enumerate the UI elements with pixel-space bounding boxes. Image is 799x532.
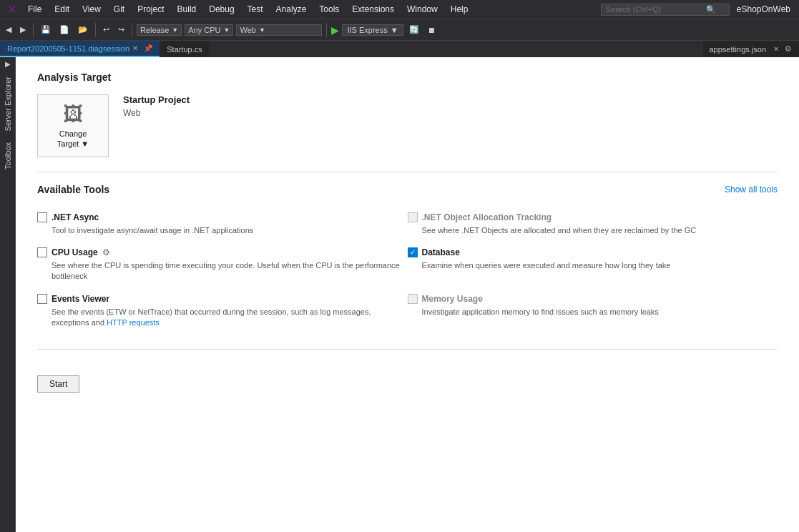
menu-tools[interactable]: Tools xyxy=(313,3,345,16)
change-target-button[interactable]: 🖼 ChangeTarget ▼ xyxy=(37,94,109,157)
analysis-section-title: Analysis Target xyxy=(37,72,778,83)
back-button[interactable]: ◀ xyxy=(3,24,14,36)
menu-extensions[interactable]: Extensions xyxy=(346,3,400,16)
redo-button[interactable]: ↪ xyxy=(115,24,127,36)
iis-label: IIS Express xyxy=(347,26,387,34)
http-requests-link[interactable]: HTTP requests xyxy=(107,318,160,327)
tool-memory-usage-desc: Investigate application memory to find i… xyxy=(408,307,778,317)
sidebar-item-server-explorer[interactable]: Server Explorer xyxy=(1,71,14,137)
content-area: Analysis Target 🖼 ChangeTarget ▼ Startup… xyxy=(16,57,799,532)
forward-button[interactable]: ▶ xyxy=(17,24,29,36)
tool-net-object-name: .NET Object Allocation Tracking xyxy=(422,212,552,222)
tool-events-viewer-checkbox[interactable] xyxy=(37,294,47,304)
menu-git[interactable]: Git xyxy=(108,3,130,16)
menu-view[interactable]: View xyxy=(77,3,107,16)
tool-net-async-desc: Tool to investigate async/await usage in… xyxy=(37,225,408,236)
tool-cpu-usage-checkbox[interactable] xyxy=(37,247,47,257)
left-sidebar: ▶ Server Explorer Toolbox xyxy=(0,57,16,532)
menu-project[interactable]: Project xyxy=(132,3,170,16)
tool-net-object-desc: See where .NET Objects are allocated and… xyxy=(408,225,778,236)
play-button[interactable]: ▶ xyxy=(331,24,339,36)
search-icon: 🔍 xyxy=(706,5,716,14)
tools-section-title: Available Tools xyxy=(37,184,109,195)
release-label: Release xyxy=(140,26,169,34)
search-input[interactable] xyxy=(606,5,706,14)
cpu-dropdown[interactable]: Any CPU ▼ xyxy=(185,24,233,36)
web-arrow: ▼ xyxy=(259,26,265,34)
menu-help[interactable]: Help xyxy=(445,3,474,16)
tool-net-async: .NET Async Tool to investigate async/awa… xyxy=(37,207,408,242)
tool-net-object: .NET Object Allocation Tracking See wher… xyxy=(408,207,778,242)
tool-events-viewer-desc: See the events (ETW or NetTrace) that oc… xyxy=(37,307,408,329)
save-button[interactable]: 💾 xyxy=(38,24,54,36)
tool-database: ✓ Database Examine when queries were exe… xyxy=(408,242,778,288)
menu-build[interactable]: Build xyxy=(172,3,202,16)
tool-database-checkbox[interactable]: ✓ xyxy=(408,247,418,257)
new-file-button[interactable]: 📄 xyxy=(57,24,72,36)
sidebar-collapse-arrow[interactable]: ▶ xyxy=(5,57,11,71)
tool-cpu-usage: CPU Usage ⚙ See where the CPU is spendin… xyxy=(37,242,408,288)
tool-database-desc: Examine when queries were executed and m… xyxy=(408,260,778,271)
tab-diagsession-close[interactable]: ✕ xyxy=(132,44,138,52)
sidebar-item-toolbox[interactable]: Toolbox xyxy=(1,137,14,175)
menu-window[interactable]: Window xyxy=(401,3,443,16)
refresh-button[interactable]: 🔄 xyxy=(406,24,422,36)
tool-cpu-usage-desc: See where the CPU is spending time execu… xyxy=(37,260,408,282)
change-target-label: ChangeTarget ▼ xyxy=(57,129,89,149)
tool-memory-usage-name: Memory Usage xyxy=(422,294,483,304)
stop-button[interactable]: ⏹ xyxy=(425,24,438,36)
iis-dropdown[interactable]: IIS Express ▼ xyxy=(342,24,403,36)
target-row: 🖼 ChangeTarget ▼ Startup Project Web xyxy=(37,94,778,157)
tab-bar: Report20200505-1151.diagsession ✕ 📌 Star… xyxy=(0,40,799,57)
tab-pin[interactable]: 📌 xyxy=(144,44,152,52)
tool-net-async-checkbox[interactable] xyxy=(37,212,47,222)
tab-appsettings-label: appsettings.json xyxy=(710,45,767,54)
separator-3 xyxy=(132,23,132,37)
menu-edit[interactable]: Edit xyxy=(49,3,75,16)
tool-net-object-name-row: .NET Object Allocation Tracking xyxy=(408,212,778,222)
tool-events-viewer: Events Viewer See the events (ETW or Net… xyxy=(37,288,408,335)
show-all-tools-link[interactable]: Show all tools xyxy=(725,184,778,194)
user-label: eShopOnWeb xyxy=(731,4,796,14)
toolbar: ◀ ▶ 💾 📄 📂 ↩ ↪ Release ▼ Any CPU ▼ Web ▼ … xyxy=(0,19,799,40)
divider-1 xyxy=(37,172,778,172)
cpu-usage-gear-icon[interactable]: ⚙ xyxy=(102,247,110,257)
tool-memory-usage-name-row: Memory Usage xyxy=(408,294,778,304)
undo-button[interactable]: ↩ xyxy=(100,24,112,36)
tool-cpu-usage-name-row: CPU Usage ⚙ xyxy=(37,247,408,257)
iis-arrow: ▼ xyxy=(391,26,398,34)
tool-memory-usage-checkbox[interactable] xyxy=(408,294,418,304)
tool-net-async-name-row: .NET Async xyxy=(37,212,408,222)
start-button[interactable]: Start xyxy=(37,375,79,393)
tab-diagsession-label: Report20200505-1151.diagsession xyxy=(7,44,129,53)
tab-appsettings[interactable]: appsettings.json ✕ ⚙ xyxy=(702,41,800,57)
tool-net-async-name: .NET Async xyxy=(52,212,99,222)
web-label: Web xyxy=(240,26,255,34)
menu-debug[interactable]: Debug xyxy=(203,3,240,16)
diag-panel: Analysis Target 🖼 ChangeTarget ▼ Startup… xyxy=(16,57,799,532)
startup-info: Startup Project Web xyxy=(123,94,190,118)
separator-1 xyxy=(33,23,34,37)
app-logo: ✕ xyxy=(3,3,21,16)
startup-project-label: Startup Project xyxy=(123,94,190,105)
tool-database-name-row: ✓ Database xyxy=(408,247,778,257)
open-button[interactable]: 📂 xyxy=(75,24,91,36)
menu-test[interactable]: Test xyxy=(242,3,269,16)
divider-2 xyxy=(37,349,778,350)
menu-bar: ✕ File Edit View Git Project Build Debug… xyxy=(0,0,799,19)
menu-file[interactable]: File xyxy=(22,3,47,16)
tab-startup-cs[interactable]: Startup.cs xyxy=(160,41,210,57)
tab-settings-icon[interactable]: ⚙ xyxy=(785,44,792,54)
tool-memory-usage: Memory Usage Investigate application mem… xyxy=(408,288,778,335)
tab-diagsession[interactable]: Report20200505-1151.diagsession ✕ 📌 xyxy=(0,41,160,57)
tool-database-name: Database xyxy=(422,247,460,257)
cpu-label: Any CPU xyxy=(188,26,220,34)
web-dropdown[interactable]: Web ▼ xyxy=(236,24,322,36)
search-box[interactable]: 🔍 xyxy=(601,4,730,16)
tools-grid: .NET Async Tool to investigate async/awa… xyxy=(37,207,778,335)
release-dropdown[interactable]: Release ▼ xyxy=(137,24,182,36)
tab-appsettings-close[interactable]: ✕ xyxy=(773,45,779,53)
menu-analyze[interactable]: Analyze xyxy=(270,3,313,16)
tool-net-object-checkbox[interactable] xyxy=(408,212,418,222)
startup-project-value: Web xyxy=(123,108,190,118)
